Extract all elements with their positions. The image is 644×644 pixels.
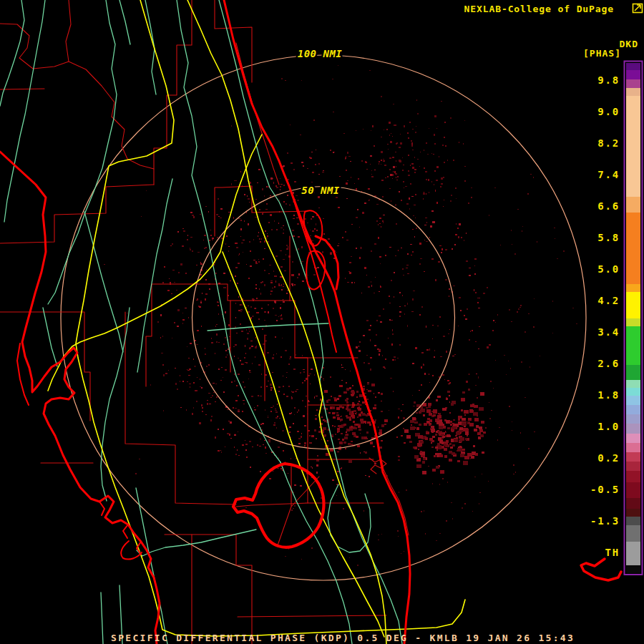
colorbar-segment: [626, 326, 640, 365]
colorbar-segment: [626, 380, 640, 388]
colorbar-tick-label: TH: [605, 547, 620, 558]
colorbar-tick-label: 0.2: [597, 452, 620, 464]
colorbar-segment: [626, 498, 640, 509]
colorbar-segment: [626, 462, 640, 471]
colorbar-segment: [626, 482, 640, 498]
colorbar-segment: [626, 197, 640, 213]
colorbar-segment: [626, 414, 640, 424]
colorbar-tick-label: 8.2: [597, 137, 620, 149]
colorbar-tick-label: 5.8: [597, 232, 620, 243]
colorbar-segment: [626, 292, 640, 318]
colorbar-tick-label: -1.3: [590, 515, 620, 527]
page-title: NEXLAB-College of DuPage: [464, 4, 614, 14]
product-id-label: DKD: [620, 39, 638, 49]
colorbar-segment: [626, 318, 640, 326]
colorbar-tick-label: 1.0: [597, 421, 620, 432]
product-caption: SPECIFIC DIFFERENTIAL PHASE (KDP) 0.5 DE…: [111, 633, 575, 643]
colorbar-segment: [626, 471, 640, 482]
colorbar-segment: [626, 405, 640, 414]
colorbar-tick-label: -0.5: [590, 484, 620, 495]
colorbar-segment: [626, 70, 640, 79]
colorbar-segment: [626, 365, 640, 380]
background: [0, 0, 644, 644]
colorbar-segment: [626, 434, 640, 443]
colorbar-segment: [626, 213, 640, 284]
colorbar-tick-label: 7.4: [597, 169, 620, 180]
colorbar-segment: [626, 424, 640, 434]
colorbar-segment: [626, 88, 640, 96]
colorbar-segment: [626, 565, 640, 573]
colorbar-tick-label: 4.2: [597, 295, 620, 306]
colorbar-tick-label: 5.0: [597, 263, 620, 275]
colorbar-segment: [626, 96, 640, 197]
range-ring-label: 100 NMI: [298, 48, 343, 59]
colorbar-segment: [626, 542, 640, 565]
colorbar-tick-label: 2.6: [597, 358, 620, 369]
colorbar-tick-label: 9.0: [597, 106, 620, 117]
colorbar-segment: [626, 443, 640, 452]
colorbar-segment: [626, 452, 640, 462]
colorbar-segment: [626, 396, 640, 405]
radar-display: 50 NMI100 NMI 9.89.08.27.46.65.85.04.23.…: [0, 0, 644, 644]
colorbar-segment: [626, 63, 640, 70]
colorbar-segment: [626, 284, 640, 292]
product-units-label: [PHAS]: [583, 48, 621, 59]
colorbar-tick-label: 9.8: [597, 74, 620, 86]
colorbar-tick-label: 1.8: [597, 389, 620, 401]
colorbar-segment: [626, 509, 640, 517]
colorbar-tick-label: 3.4: [597, 326, 620, 338]
colorbar-segment: [626, 517, 640, 525]
radar-scene: 50 NMI100 NMI 9.89.08.27.46.65.85.04.23.…: [0, 0, 644, 644]
colorbar-segment: [626, 388, 640, 396]
colorbar-segment: [626, 525, 640, 542]
colorbar-tick-label: 6.6: [597, 200, 620, 212]
colorbar-segment: [626, 79, 640, 88]
range-ring-label: 50 NMI: [301, 185, 340, 196]
